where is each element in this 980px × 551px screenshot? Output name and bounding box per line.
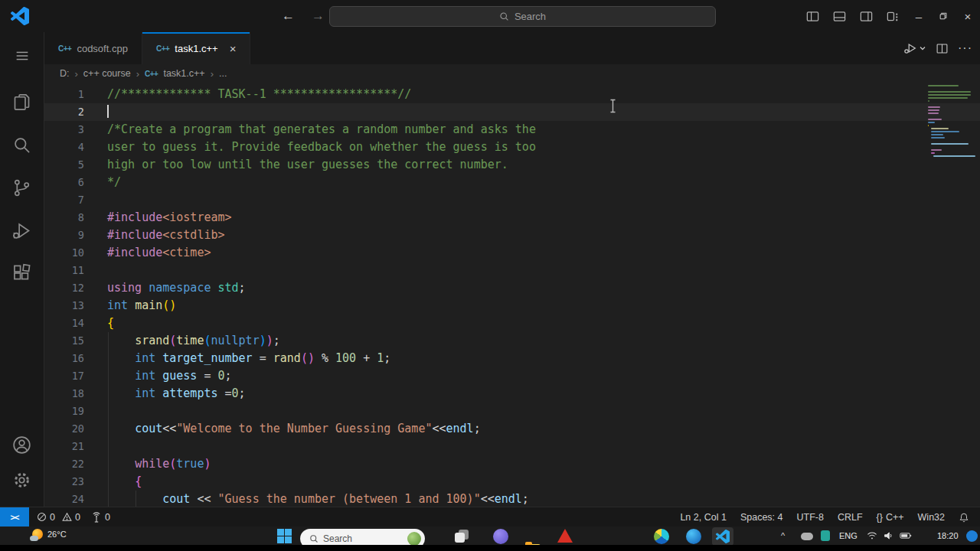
- code-line[interactable]: 7: [44, 191, 980, 209]
- code-line[interactable]: 3/*Create a program that generates a ran…: [44, 121, 980, 139]
- line-number: 19: [44, 403, 84, 420]
- notification-center-icon[interactable]: [966, 530, 978, 542]
- tab-task1-cpp[interactable]: C++ task1.c++ ×: [142, 32, 251, 64]
- code-line[interactable]: 24 cout << "Guess the number (between 1 …: [44, 491, 980, 507]
- code-line[interactable]: 13int main(): [44, 297, 980, 315]
- start-button[interactable]: [277, 529, 292, 543]
- more-actions-icon[interactable]: ···: [958, 41, 972, 55]
- close-tab-icon[interactable]: ×: [230, 42, 237, 55]
- taskbar-app-red[interactable]: [557, 529, 573, 543]
- customize-layout-icon[interactable]: [886, 9, 900, 24]
- code-line[interactable]: 9#include<cstdlib>: [44, 227, 980, 244]
- taskbar-search[interactable]: Search: [300, 529, 425, 545]
- code-line[interactable]: 23 {: [44, 473, 980, 491]
- cpp-file-icon: C++: [145, 70, 158, 78]
- taskbar-app-colorful[interactable]: [654, 529, 669, 544]
- source-control-icon[interactable]: [4, 170, 41, 205]
- minimap[interactable]: [928, 85, 975, 158]
- code-line[interactable]: 19: [44, 403, 980, 420]
- run-debug-button[interactable]: [903, 41, 926, 55]
- extensions-icon[interactable]: [4, 256, 41, 291]
- tray-chevron-icon[interactable]: ^: [781, 531, 785, 540]
- line-number: 24: [44, 491, 84, 507]
- tab-label: codsoft.cpp: [77, 43, 128, 54]
- vscode-taskbar-icon[interactable]: [712, 527, 733, 545]
- taskbar-app-purple[interactable]: [493, 529, 508, 544]
- notifications-bell-icon[interactable]: [959, 512, 969, 523]
- split-editor-icon[interactable]: [936, 42, 949, 55]
- settings-gear-icon[interactable]: [4, 462, 41, 497]
- accounts-icon[interactable]: [4, 427, 41, 462]
- cursor-position[interactable]: Ln 2, Col 1: [680, 512, 726, 523]
- code-line[interactable]: 4user to guess it. Provide feedback on w…: [44, 139, 980, 156]
- platform-indicator[interactable]: Win32: [918, 512, 945, 523]
- tray-app-icon[interactable]: [821, 530, 830, 541]
- system-tray[interactable]: [867, 531, 912, 540]
- task-view-button[interactable]: [455, 529, 470, 544]
- breadcrumb-drive[interactable]: D:: [60, 68, 70, 79]
- explorer-icon[interactable]: [4, 84, 41, 119]
- search-sidebar-icon[interactable]: [4, 127, 41, 162]
- breadcrumb-folder[interactable]: c++ course: [83, 68, 131, 79]
- restore-button[interactable]: [931, 0, 956, 32]
- taskbar-app-blue[interactable]: [686, 529, 701, 544]
- code-line[interactable]: 20 cout<<"Welcome to the Number Guessing…: [44, 420, 980, 438]
- activity-bar: [0, 32, 44, 507]
- braces-icon: {}: [877, 512, 883, 523]
- command-center-search[interactable]: Search: [329, 6, 716, 27]
- encoding-setting[interactable]: UTF-8: [796, 512, 823, 523]
- code-line[interactable]: 17 int guess = 0;: [44, 367, 980, 385]
- problems-indicator[interactable]: 0 0: [37, 512, 80, 523]
- toggle-secondary-sidebar-icon[interactable]: [859, 9, 874, 24]
- eol-setting[interactable]: CRLF: [838, 512, 863, 523]
- close-window-button[interactable]: ×: [956, 0, 980, 32]
- code-line[interactable]: 18 int attempts =0;: [44, 385, 980, 403]
- vscode-logo-icon: [11, 7, 29, 25]
- code-line[interactable]: 1//************* TASK--1 ***************…: [44, 86, 980, 103]
- status-bar: >< 0 0 0 Ln 2, Col 1 Spaces: 4 UTF-8 CRL…: [0, 507, 980, 527]
- search-highlight-image: [407, 532, 421, 545]
- taskbar-clock[interactable]: 18:20: [937, 531, 959, 540]
- code-line[interactable]: 16 int target_number = rand() % 100 + 1;: [44, 350, 980, 367]
- language-mode[interactable]: {} C++: [877, 512, 904, 523]
- indentation-setting[interactable]: Spaces: 4: [740, 512, 783, 523]
- toggle-panel-icon[interactable]: [832, 9, 847, 24]
- code-line[interactable]: 5high or too low until the user guesses …: [44, 156, 980, 174]
- minimize-button[interactable]: –: [906, 0, 931, 32]
- tab-codsoft-cpp[interactable]: C++ codsoft.cpp: [44, 32, 142, 64]
- code-line[interactable]: 21: [44, 438, 980, 455]
- toggle-sidebar-icon[interactable]: [805, 9, 820, 24]
- code-line[interactable]: 15 srand(time(nullptr));: [44, 332, 980, 350]
- line-number: 9: [44, 227, 84, 244]
- forward-arrow-icon[interactable]: →: [312, 8, 325, 24]
- weather-widget[interactable]: 26°C: [32, 529, 67, 540]
- menu-button[interactable]: [4, 38, 41, 73]
- code-editor[interactable]: 1//************* TASK--1 ***************…: [44, 83, 980, 507]
- tray-cloud-icon[interactable]: [801, 533, 813, 540]
- language-indicator[interactable]: ENG: [839, 531, 858, 540]
- code-line[interactable]: 6*/: [44, 174, 980, 191]
- code-line[interactable]: 11: [44, 262, 980, 279]
- code-line[interactable]: 8#include<iostream>: [44, 209, 980, 227]
- line-number: 3: [44, 121, 84, 139]
- search-placeholder: Search: [514, 11, 546, 22]
- ports-count: 0: [105, 512, 110, 523]
- code-line[interactable]: 12using namespace std;: [44, 279, 980, 297]
- text-cursor: [107, 105, 109, 118]
- code-line[interactable]: 10#include<ctime>: [44, 244, 980, 262]
- breadcrumb-more[interactable]: ...: [219, 68, 227, 79]
- ports-indicator[interactable]: 0: [91, 512, 110, 523]
- code-line[interactable]: 14{: [44, 315, 980, 332]
- line-number: 7: [44, 191, 84, 209]
- file-explorer-icon[interactable]: [525, 544, 541, 545]
- back-arrow-icon[interactable]: ←: [282, 8, 295, 24]
- run-debug-icon[interactable]: [4, 213, 41, 248]
- volume-icon: [884, 531, 893, 540]
- code-line[interactable]: 2: [44, 103, 980, 121]
- line-number: 22: [44, 455, 84, 473]
- line-number: 11: [44, 262, 84, 279]
- line-number: 12: [44, 279, 84, 297]
- remote-indicator[interactable]: ><: [0, 507, 29, 527]
- breadcrumb-file[interactable]: task1.c++: [163, 68, 204, 79]
- code-line[interactable]: 22 while(true): [44, 455, 980, 473]
